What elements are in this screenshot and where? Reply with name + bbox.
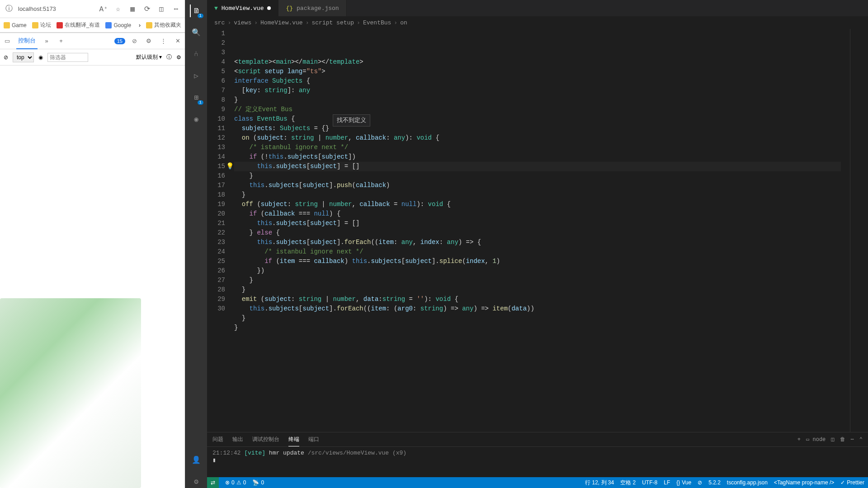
chevron-right-icon[interactable]: › bbox=[139, 22, 141, 28]
chevron-right-icon[interactable]: » bbox=[41, 36, 52, 47]
eye-icon[interactable]: ◉ bbox=[38, 54, 43, 61]
collections-icon[interactable]: ▦ bbox=[127, 4, 138, 14]
code-line[interactable]: this.subjects[subject].forEach((item: (a… bbox=[234, 304, 841, 314]
code-line[interactable]: subjects: Subjects = {} bbox=[234, 124, 841, 133]
code-line[interactable]: } bbox=[234, 314, 841, 323]
code-line[interactable]: [key: string]: any bbox=[234, 86, 841, 95]
breadcrumb-item[interactable]: src bbox=[214, 19, 225, 26]
gear-icon[interactable]: ⚙ bbox=[176, 54, 181, 61]
editor-tab[interactable]: {}package.json bbox=[278, 0, 346, 16]
kebab-icon[interactable]: ⋮ bbox=[158, 36, 169, 47]
code-line[interactable]: /* istanbul ignore next */ bbox=[234, 143, 841, 152]
issues-badge[interactable]: 15 bbox=[114, 38, 125, 44]
code-line[interactable]: emit (subject: string | number, data:str… bbox=[234, 295, 841, 304]
code-line[interactable]: /* istanbul ignore next */ bbox=[234, 247, 841, 257]
debug-icon[interactable]: ▷ bbox=[190, 70, 203, 82]
notifications-icon[interactable]: ⊘ bbox=[698, 479, 702, 486]
url-bar[interactable]: localhost:5173 bbox=[18, 5, 94, 12]
search-icon[interactable]: 🔍 bbox=[190, 26, 203, 39]
trash-icon[interactable]: 🗑 bbox=[840, 436, 845, 443]
panel-tab[interactable]: 终端 bbox=[288, 433, 299, 446]
clear-icon[interactable]: ⊘ bbox=[4, 54, 8, 61]
inspect-icon[interactable]: ▭ bbox=[2, 36, 13, 47]
cursor-position[interactable]: 行 12, 列 34 bbox=[585, 479, 614, 487]
explorer-icon[interactable]: 🗎1 bbox=[190, 5, 203, 17]
code-line[interactable]: } bbox=[234, 190, 841, 200]
new-terminal-icon[interactable]: + bbox=[797, 436, 801, 443]
language-mode[interactable]: {} Vue bbox=[676, 479, 691, 486]
more-icon[interactable]: ⋯ bbox=[170, 4, 181, 14]
split-terminal-icon[interactable]: ◫ bbox=[831, 436, 834, 443]
manage-icon[interactable]: ⚙ bbox=[190, 475, 203, 488]
breadcrumb-item[interactable]: EventBus bbox=[363, 19, 391, 26]
code-line[interactable]: this.subjects[subject] = [] bbox=[234, 219, 841, 228]
plus-icon[interactable]: + bbox=[56, 36, 66, 47]
code-line[interactable]: } bbox=[234, 323, 841, 333]
code-line[interactable]: if (callback === null) { bbox=[234, 209, 841, 219]
site-info-icon[interactable]: ⓘ bbox=[4, 4, 14, 14]
star-icon[interactable]: ☆ bbox=[113, 4, 123, 14]
code-line[interactable]: <script setup lang="ts"> bbox=[234, 67, 841, 76]
chevron-up-icon[interactable]: ⌃ bbox=[859, 436, 863, 443]
breadcrumb[interactable]: src›views›HomeView.vue›script setup›Even… bbox=[207, 16, 868, 29]
settings-icon[interactable]: ⚙ bbox=[143, 36, 154, 47]
breadcrumb-item[interactable]: on bbox=[400, 19, 407, 26]
indentation[interactable]: 空格 2 bbox=[620, 479, 636, 487]
reader-icon[interactable]: A⁺ bbox=[98, 4, 109, 14]
code-line[interactable]: if (!this.subjects[subject]) bbox=[234, 152, 841, 162]
remote-indicator[interactable]: ⇄ bbox=[207, 477, 219, 488]
code-editor[interactable]: 1234567891011121314151617181920212223242… bbox=[207, 29, 868, 432]
code-line[interactable]: }) bbox=[234, 266, 841, 276]
code-line[interactable]: interface Subjects { bbox=[234, 76, 841, 86]
source-control-icon[interactable]: ⑃ bbox=[190, 48, 203, 61]
code-line[interactable]: class EventBus { bbox=[234, 114, 841, 124]
code-line[interactable]: } else { bbox=[234, 228, 841, 238]
breadcrumb-item[interactable]: script setup bbox=[311, 19, 354, 26]
link-icon[interactable]: ⊘ bbox=[129, 36, 140, 47]
code-line[interactable]: // 定义Event Bus bbox=[234, 105, 841, 114]
split-icon[interactable]: ◫ bbox=[156, 4, 167, 14]
bookmark-item[interactable]: 在线翻译_有道 bbox=[57, 21, 100, 29]
more-icon[interactable]: ⋯ bbox=[851, 436, 854, 443]
code-line[interactable]: this.subjects[subject].forEach((item: an… bbox=[234, 238, 841, 247]
bookmark-item[interactable]: 论坛 bbox=[32, 21, 51, 29]
prettier-status[interactable]: ✓ Prettier bbox=[840, 479, 864, 486]
ts-version[interactable]: 5.2.2 bbox=[708, 479, 721, 486]
terminal-shell-select[interactable]: ▭ node bbox=[806, 436, 826, 443]
panel-tab[interactable]: 端口 bbox=[308, 433, 319, 446]
code-line[interactable]: } bbox=[234, 285, 841, 295]
problems-status[interactable]: ⊗ 0 ⚠ 0 bbox=[225, 479, 246, 486]
context-select[interactable]: top bbox=[13, 52, 34, 62]
code-line[interactable]: } bbox=[234, 171, 841, 181]
bookmark-item[interactable]: Google bbox=[105, 22, 131, 28]
panel-tab[interactable]: 调试控制台 bbox=[252, 433, 279, 446]
breadcrumb-item[interactable]: views bbox=[234, 19, 251, 26]
bookmark-item[interactable]: 其他收藏夹 bbox=[146, 21, 181, 29]
bookmark-item[interactable]: Game bbox=[4, 22, 27, 28]
info-icon[interactable]: ⓘ bbox=[166, 53, 172, 61]
encoding[interactable]: UTF-8 bbox=[642, 479, 657, 486]
level-select[interactable]: 默认级别 ▾ bbox=[136, 53, 162, 61]
terminal-content[interactable]: 21:12:42 [vite] hmr update /src/views/Ho… bbox=[207, 447, 868, 477]
code-lines[interactable]: <template><main></main></template><scrip… bbox=[234, 29, 850, 432]
close-icon[interactable]: ✕ bbox=[172, 36, 183, 47]
code-line[interactable]: } bbox=[234, 276, 841, 285]
eol[interactable]: LF bbox=[664, 479, 670, 486]
console-tab[interactable]: 控制台 bbox=[16, 33, 38, 49]
code-line[interactable]: this.subjects[subject].push(callback) bbox=[234, 181, 841, 190]
ports-status[interactable]: 📡 0 bbox=[252, 479, 264, 486]
tagname-format[interactable]: <TagName prop-name /> bbox=[774, 479, 834, 486]
code-line[interactable]: on (subject: string | number, callback: … bbox=[234, 133, 841, 143]
minimap[interactable] bbox=[850, 29, 868, 432]
panel-tab[interactable]: 输出 bbox=[232, 433, 243, 446]
code-line[interactable]: } bbox=[234, 95, 841, 105]
filter-input[interactable] bbox=[47, 53, 88, 62]
editor-tab[interactable]: ▼HomeView.vue bbox=[207, 0, 278, 16]
code-line[interactable]: off (subject: string | number, callback … bbox=[234, 200, 841, 209]
edge-icon[interactable]: ◉ bbox=[190, 113, 203, 126]
code-line[interactable]: 💡 this.subjects[subject] = [] bbox=[234, 162, 841, 171]
refresh-icon[interactable]: ⟳ bbox=[142, 4, 152, 14]
account-icon[interactable]: 👤 bbox=[190, 454, 203, 466]
code-line[interactable]: <template><main></main></template> bbox=[234, 57, 841, 67]
extensions-icon[interactable]: ⊞1 bbox=[190, 91, 203, 104]
